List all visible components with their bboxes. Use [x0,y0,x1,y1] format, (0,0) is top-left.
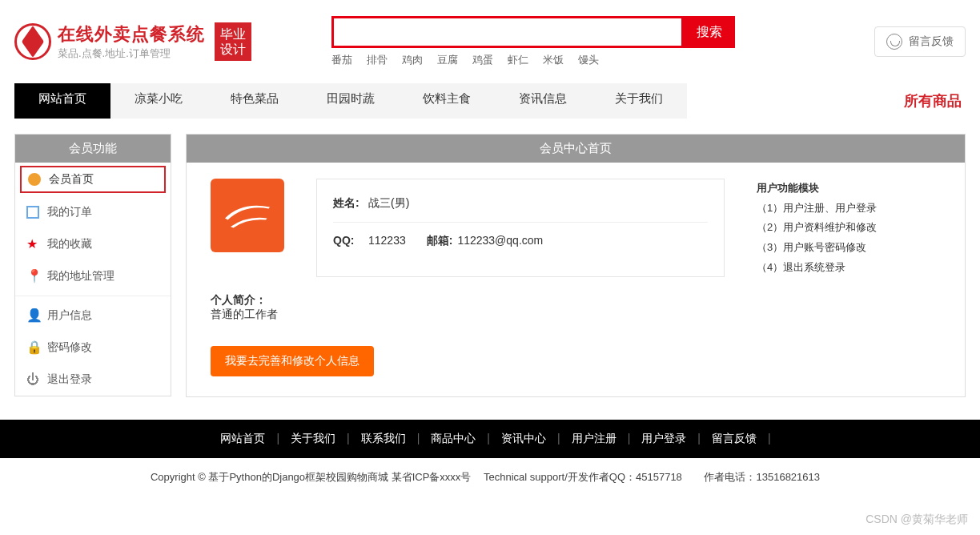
footer-link[interactable]: 用户注册 [560,432,628,444]
module-item: （2）用户资料维护和修改 [757,218,941,238]
sidebar-item-label: 用户信息 [47,308,92,323]
name-value: 战三(男) [368,196,409,211]
hot-tag[interactable]: 番茄 [331,54,352,66]
order-icon [26,206,39,219]
nav-item[interactable]: 凉菜小吃 [110,83,207,119]
nav-item[interactable]: 田园时蔬 [303,83,399,119]
loc-icon: 📍 [26,270,39,283]
module-item: （4）退出系统登录 [757,258,941,278]
email-value: 112233@qq.com [457,234,543,248]
user-icon: 👤 [26,309,39,322]
search-input[interactable] [331,16,684,48]
sidebar-item-label: 我的收藏 [47,237,92,251]
sidebar-item-user[interactable]: 👤用户信息 [15,300,171,332]
sidebar-item-label: 我的地址管理 [47,269,114,284]
qq-label: QQ: [333,234,363,248]
sidebar-item-lock[interactable]: 🔒密码修改 [15,332,171,364]
footer-link[interactable]: 网站首页 [209,432,276,444]
nav-item[interactable]: 饮料主食 [399,83,495,119]
footer-link[interactable]: 资讯中心 [490,432,557,444]
all-products-link[interactable]: 所有商品 [900,83,966,119]
main-title: 会员中心首页 [187,135,965,163]
sidebar-item-label: 会员首页 [49,172,94,187]
email-label: 邮箱: [427,234,453,248]
hot-tags: 番茄排骨鸡肉豆腐鸡蛋虾仁米饭馒头 [331,53,735,67]
copyright: Copyright © 基于Python的Django框架校园购物商城 某省IC… [151,471,471,483]
qq-value: 112233 [368,234,406,248]
feedback-button[interactable]: 留言反馈 [874,26,966,57]
sidebar-item-label: 密码修改 [47,340,92,355]
nav-item[interactable]: 关于我们 [591,83,687,119]
hot-tag[interactable]: 虾仁 [508,54,528,66]
search-button[interactable]: 搜索 [684,16,735,48]
footer-link[interactable]: 商品中心 [420,432,487,444]
bio-label: 个人简介： [211,293,267,306]
module-title: 用户功能模块 [757,179,941,199]
hot-tag[interactable]: 豆腐 [437,54,458,66]
tech-support: Technical support/开发作者QQ：45157718 [484,471,682,483]
sidebar-item-order[interactable]: 我的订单 [15,196,171,228]
badge: 毕业设计 [215,22,251,61]
star-icon: ★ [26,238,39,251]
site-subtitle: 菜品.点餐.地址.订单管理 [58,46,205,61]
footer-link[interactable]: 联系我们 [350,432,417,444]
home-icon [28,173,41,186]
hot-tag[interactable]: 馒头 [578,54,599,66]
avatar [211,179,284,252]
hot-tag[interactable]: 鸡蛋 [472,54,493,66]
sidebar-item-star[interactable]: ★我的收藏 [15,228,171,260]
hot-tag[interactable]: 米饭 [543,54,564,66]
sidebar-item-home[interactable]: 会员首页 [20,166,166,193]
name-label: 姓名: [333,196,363,211]
headset-icon [886,34,902,50]
sidebar-title: 会员功能 [15,135,171,163]
sidebar-item-exit[interactable]: ⏻退出登录 [15,364,171,396]
bio-value: 普通的工作者 [211,308,278,320]
sidebar-item-label: 我的订单 [47,205,92,219]
site-title: 在线外卖点餐系统 [58,22,205,46]
exit-icon: ⏻ [26,373,39,386]
sidebar-item-label: 退出登录 [47,372,92,387]
footer-link[interactable]: 用户登录 [630,432,697,444]
nav-item[interactable]: 网站首页 [14,83,110,119]
edit-profile-button[interactable]: 我要去完善和修改个人信息 [211,346,374,376]
author-phone: 作者电话：13516821613 [704,471,820,483]
logo-icon [14,23,51,60]
hot-tag[interactable]: 排骨 [367,54,388,66]
nav-item[interactable]: 资讯信息 [495,83,591,119]
footer-link[interactable]: 留言反馈 [701,432,768,444]
hot-tag[interactable]: 鸡肉 [402,54,423,66]
footer-link[interactable]: 关于我们 [279,432,347,444]
module-item: （3）用户账号密码修改 [757,238,941,258]
lock-icon: 🔒 [26,341,39,354]
sidebar-item-loc[interactable]: 📍我的地址管理 [15,260,171,292]
module-item: （1）用户注册、用户登录 [757,199,941,219]
nav-item[interactable]: 特色菜品 [207,83,303,119]
